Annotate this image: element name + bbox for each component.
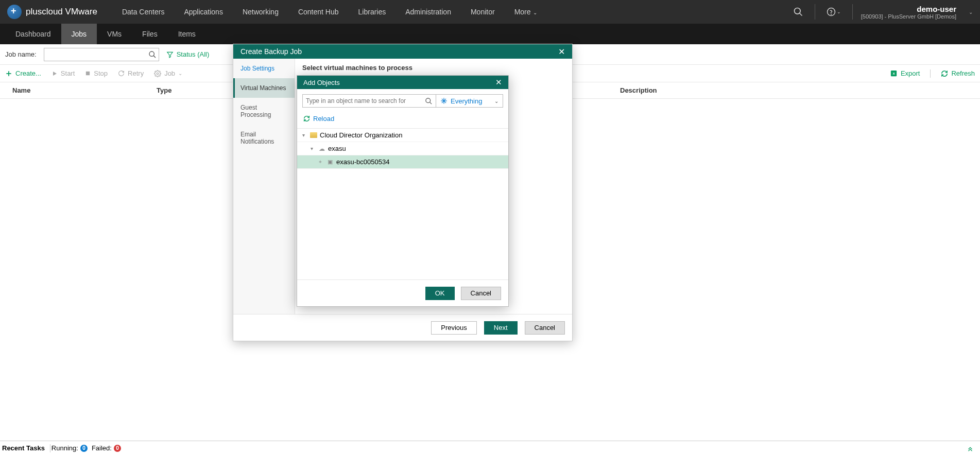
search-row: Everything ⌄ <box>297 89 508 113</box>
svg-line-1 <box>799 13 802 16</box>
top-nav: pluscloud VMware Data Centers Applicatio… <box>0 0 980 24</box>
search-icon[interactable] <box>790 4 806 20</box>
sub-nav: Dashboard Jobs VMs Files Items <box>0 24 980 44</box>
divider <box>815 4 815 20</box>
logo-icon <box>7 5 22 19</box>
refresh-icon <box>303 115 310 122</box>
svg-line-15 <box>429 102 432 104</box>
running-label: Running: <box>51 444 78 452</box>
tree-label: exasu <box>328 145 346 152</box>
user-menu[interactable]: demo-user [500903] - PlusServer GmbH [De… <box>861 5 960 20</box>
nav-more-label: More <box>514 8 531 16</box>
step-virtual-machines[interactable]: Virtual Machines <box>233 78 295 98</box>
stop-label: Stop <box>94 69 108 77</box>
svg-point-3 <box>831 14 831 14</box>
action-right: X Export Refresh <box>890 69 975 78</box>
filter-label: Everything <box>451 97 482 105</box>
export-icon: X <box>890 69 898 77</box>
col-name[interactable]: Name <box>12 86 157 94</box>
add-objects-dialog: Add Objects ✕ Everything ⌄ Reload ▾ Clou… <box>297 75 509 307</box>
nav-networking[interactable]: Networking <box>233 1 288 23</box>
svg-point-11 <box>157 73 159 75</box>
tab-vms[interactable]: VMs <box>97 24 132 44</box>
object-search-input[interactable] <box>306 97 425 104</box>
nav-content-hub[interactable]: Content Hub <box>289 1 348 23</box>
col-desc[interactable]: Description <box>620 86 968 94</box>
retry-label: Retry <box>128 69 144 77</box>
expand-tasks-button[interactable] <box>962 445 978 452</box>
create-button[interactable]: Create... <box>5 69 41 77</box>
job-dropdown[interactable]: Job ⌄ <box>154 69 182 77</box>
tree-label: Cloud Director Organization <box>320 131 402 139</box>
tree-node-root[interactable]: ▾ Cloud Director Organization <box>297 129 508 142</box>
tree-node-org[interactable]: ▾ ☁ exasu <box>297 142 508 155</box>
cancel-button[interactable]: Cancel <box>461 287 501 300</box>
user-name: demo-user <box>861 5 956 13</box>
divider <box>930 69 931 78</box>
wizard-steps: Job Settings Virtual Machines Guest Proc… <box>233 59 295 314</box>
svg-line-5 <box>153 56 156 58</box>
chevron-down-icon: ⌄ <box>969 9 973 15</box>
nav-administration[interactable]: Administration <box>396 1 460 23</box>
search-icon[interactable] <box>148 50 157 59</box>
dialog-title: Add Objects <box>303 79 340 86</box>
nav-data-centers[interactable]: Data Centers <box>113 1 174 23</box>
ok-button[interactable]: OK <box>425 287 455 300</box>
vdc-icon: ▣ <box>326 159 334 166</box>
reload-label: Reload <box>313 115 334 122</box>
start-button[interactable]: Start <box>51 69 75 77</box>
dialog-title: Create Backup Job <box>240 47 302 56</box>
next-button[interactable]: Next <box>484 321 518 335</box>
top-nav-right: ⌄ demo-user [500903] - PlusServer GmbH [… <box>790 4 973 20</box>
content-title: Select virtual machines to process <box>302 64 565 72</box>
job-name-search[interactable] <box>44 48 159 61</box>
refresh-button[interactable]: Refresh <box>941 69 975 78</box>
status-filter-label: Status (All) <box>177 50 210 58</box>
close-icon[interactable]: ✕ <box>558 47 565 57</box>
status-filter[interactable]: Status (All) <box>166 50 210 58</box>
collapse-icon[interactable]: ▾ <box>311 146 316 151</box>
chevron-down-icon: ⌄ <box>533 10 537 15</box>
step-guest-processing[interactable]: Guest Processing <box>233 98 295 125</box>
previous-button[interactable]: Previous <box>431 321 477 335</box>
svg-point-0 <box>794 8 800 14</box>
step-email-notifications[interactable]: Email Notifications <box>233 125 295 151</box>
step-job-settings[interactable]: Job Settings <box>233 59 295 78</box>
dialog-footer: Previous Next Cancel <box>233 314 572 341</box>
tab-items[interactable]: Items <box>168 24 206 44</box>
nav-more[interactable]: More⌄ <box>505 1 546 23</box>
refresh-label: Refresh <box>951 69 975 77</box>
cloud-icon: ☁ <box>318 145 326 152</box>
close-icon[interactable]: ✕ <box>495 78 502 87</box>
asterisk-icon <box>440 97 448 104</box>
nav-applications[interactable]: Applications <box>175 1 232 23</box>
tab-files[interactable]: Files <box>132 24 168 44</box>
help-icon[interactable]: ⌄ <box>823 4 844 20</box>
svg-marker-6 <box>167 52 173 58</box>
chevron-down-icon: ⌄ <box>837 9 841 14</box>
stop-button[interactable]: Stop <box>85 69 108 77</box>
export-button[interactable]: X Export <box>890 69 920 78</box>
reload-row: Reload <box>297 113 508 128</box>
tab-jobs[interactable]: Jobs <box>61 24 97 44</box>
job-name-input[interactable] <box>46 50 148 58</box>
cancel-button[interactable]: Cancel <box>525 321 565 335</box>
nav-monitor[interactable]: Monitor <box>461 1 504 23</box>
nav-libraries[interactable]: Libraries <box>349 1 396 23</box>
job-name-label: Job name: <box>5 50 37 58</box>
object-search[interactable] <box>302 94 436 108</box>
collapse-icon[interactable]: ▾ <box>302 132 307 138</box>
search-icon[interactable] <box>425 97 433 105</box>
retry-button[interactable]: Retry <box>118 69 144 77</box>
reload-button[interactable]: Reload <box>303 115 334 122</box>
divider <box>50 444 50 452</box>
expand-icon[interactable]: + <box>319 159 324 165</box>
type-filter-dropdown[interactable]: Everything ⌄ <box>436 94 503 108</box>
chevron-down-icon: ⌄ <box>178 71 182 76</box>
tree-node-vdc[interactable]: + ▣ exasu-bc0050534 <box>297 155 508 169</box>
dialog-footer: OK Cancel <box>297 279 508 306</box>
tab-dashboard[interactable]: Dashboard <box>5 24 61 44</box>
chevron-up-icon <box>967 445 974 452</box>
svg-point-14 <box>426 98 431 102</box>
export-label: Export <box>901 69 920 77</box>
